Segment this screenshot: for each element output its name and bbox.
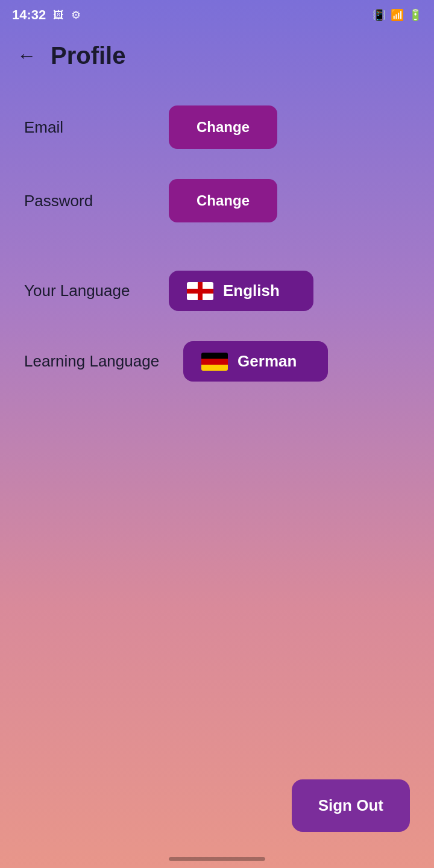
learning-language-button[interactable]: German (183, 341, 328, 382)
email-change-button[interactable]: Change (169, 105, 277, 149)
vibrate-icon: 📳 (373, 8, 386, 22)
password-label: Password (24, 192, 145, 210)
german-flag-icon (201, 353, 228, 371)
status-bar: 14:32 🖼 ⚙ 📳 📶 🔋 (0, 0, 434, 30)
page-title: Profile (51, 42, 125, 69)
learning-language-label: Learning Language (24, 352, 159, 371)
photo-icon: 🖼 (53, 9, 64, 22)
password-row: Password Change (24, 179, 410, 222)
your-language-row: Your Language English (24, 271, 410, 311)
sign-out-area: Sign Out (292, 779, 410, 832)
wifi-icon: 📶 (391, 8, 404, 22)
gear-icon: ⚙ (71, 8, 81, 22)
english-flag-icon (187, 282, 213, 300)
email-label: Email (24, 118, 145, 137)
back-arrow-icon: ← (17, 45, 36, 66)
your-language-label: Your Language (24, 281, 145, 300)
status-right: 📳 📶 🔋 (373, 8, 422, 22)
battery-icon: 🔋 (409, 8, 422, 22)
your-language-button[interactable]: English (169, 271, 313, 311)
status-left: 14:32 🖼 ⚙ (12, 7, 81, 23)
learning-language-row: Learning Language German (24, 341, 410, 382)
learning-language-text: German (237, 352, 297, 371)
svg-rect-6 (201, 365, 228, 371)
your-language-text: English (223, 281, 280, 300)
password-change-button[interactable]: Change (169, 179, 277, 222)
svg-rect-4 (201, 353, 228, 359)
status-time: 14:32 (12, 7, 46, 23)
home-indicator (169, 857, 265, 861)
back-button[interactable]: ← (14, 42, 39, 69)
profile-content: Email Change Password Change Your Langua… (0, 81, 434, 436)
sign-out-button[interactable]: Sign Out (292, 779, 410, 832)
header: ← Profile (0, 30, 434, 81)
email-row: Email Change (24, 105, 410, 149)
svg-rect-5 (201, 359, 228, 365)
